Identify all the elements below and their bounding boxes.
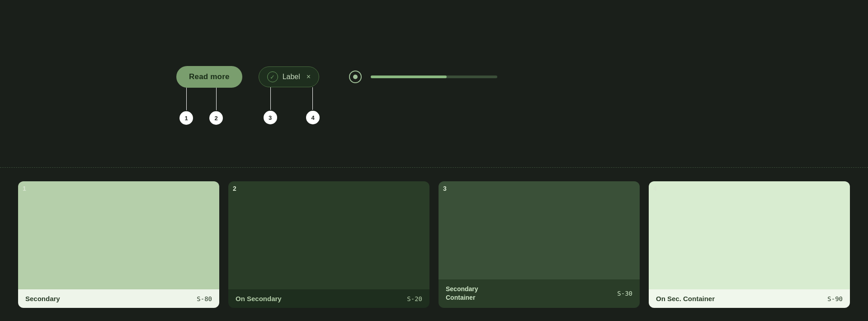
bottom-section: 1 Secondary S-80 2 On Secondary S-20 3 S… [0,168,868,321]
card-code-secondary: S-80 [197,295,212,302]
card-number-2: 2 [233,185,236,192]
card-number-1: 1 [23,185,26,192]
card-name-on-sec-container: On Sec. Container [656,295,715,302]
swatch-on-sec-container [649,181,850,289]
annotation-2: 2 [209,111,223,125]
card-number-3: 3 [443,185,447,192]
annotation-3: 3 [264,111,277,124]
chip-check-icon: ✓ [267,71,278,82]
annot-line-3 [270,87,271,110]
card-code-on-sec-container: S-90 [827,295,843,302]
swatch-on-secondary [228,181,429,289]
card-number-4: 4 [653,185,657,192]
slider-fill [371,76,447,78]
card-code-secondary-container: S-30 [617,290,632,297]
color-card-secondary: 1 Secondary S-80 [18,181,219,308]
chip-close-icon[interactable]: × [307,73,311,81]
color-card-on-sec-container: 4 On Sec. Container S-90 [649,181,850,308]
card-code-on-secondary: S-20 [407,295,422,302]
read-more-wrapper: Read more 1 2 [176,66,242,88]
widgets-row: Read more 1 2 ✓ Label × 3 4 [176,66,497,88]
annot-line-4 [312,87,313,110]
swatch-secondary [18,181,219,289]
color-card-secondary-container: 3 Secondary Container S-30 [439,181,640,308]
radio-button[interactable] [349,71,362,83]
top-section: Read more 1 2 ✓ Label × 3 4 [0,0,868,167]
card-label-secondary-container: Secondary Container S-30 [439,279,640,308]
swatch-secondary-container [439,181,640,279]
annotation-1: 1 [179,111,193,125]
annot-line-2 [216,88,217,110]
annotation-4: 4 [306,111,320,124]
chip-wrapper: ✓ Label × 3 4 [259,66,320,87]
annot-line-1 [186,88,187,110]
color-card-on-secondary: 2 On Secondary S-20 [228,181,429,308]
card-label-on-sec-container: On Sec. Container S-90 [649,289,850,308]
chip-label: Label [283,73,300,81]
chip[interactable]: ✓ Label × [259,66,320,87]
card-name-secondary: Secondary [25,295,60,302]
radio-inner [353,75,358,79]
card-name-on-secondary: On Secondary [236,295,282,302]
radio-slider-group [349,71,497,83]
slider-track[interactable] [371,76,497,78]
read-more-button[interactable]: Read more [176,66,242,88]
card-label-secondary: Secondary S-80 [18,289,219,308]
card-label-on-secondary: On Secondary S-20 [228,289,429,308]
card-name-secondary-container: Secondary Container [446,285,478,302]
